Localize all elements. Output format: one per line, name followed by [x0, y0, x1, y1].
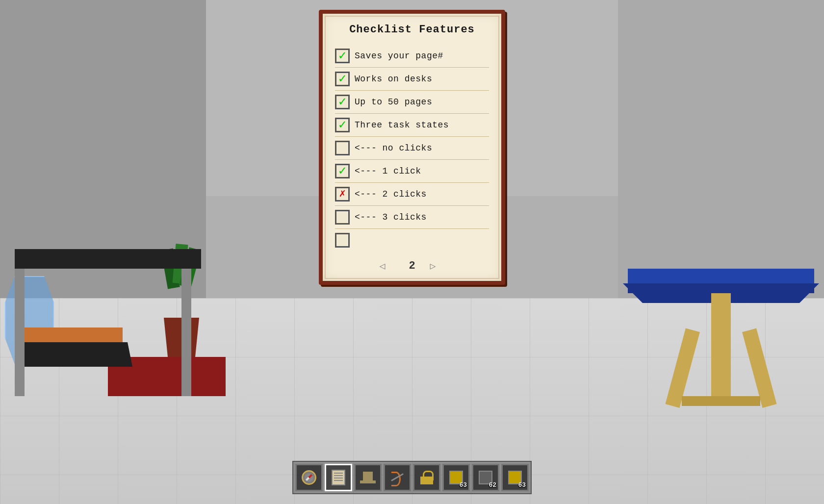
- page-navigation: ◁ 2 ▷: [323, 256, 501, 276]
- list-item[interactable]: ✓ <--- 1 click: [335, 160, 489, 183]
- bow-icon: [390, 471, 404, 484]
- item-text-7: <--- 2 clicks: [355, 189, 427, 199]
- list-item[interactable]: <--- 3 clicks: [335, 206, 489, 229]
- hotbar-slot-3[interactable]: [354, 464, 382, 491]
- checklist-items: ✓ Saves your page# ✓ Works on desks ✓ Up…: [335, 45, 489, 252]
- table-leg-left: [15, 269, 25, 396]
- book-icon: [332, 470, 345, 485]
- item-text-3: Up to 50 pages: [355, 97, 432, 107]
- hotbar-slot-2[interactable]: [325, 464, 352, 491]
- next-page-button[interactable]: ▷: [430, 260, 445, 272]
- prev-page-button[interactable]: ◁: [379, 260, 394, 272]
- page-number: 2: [409, 260, 415, 272]
- table-cloth: [628, 269, 814, 293]
- table-left: [5, 249, 201, 396]
- list-item[interactable]: ✓ Works on desks: [335, 68, 489, 91]
- checkbox-9[interactable]: [335, 233, 350, 248]
- hotbar: 63 62 63: [292, 461, 532, 494]
- check-icon-green: ✓: [338, 96, 346, 108]
- slot-8-count: 63: [518, 481, 526, 489]
- item-text-5: <--- no clicks: [355, 143, 432, 153]
- check-icon-green: ✓: [338, 119, 346, 131]
- hotbar-slot-8[interactable]: 63: [501, 464, 529, 491]
- hotbar-slot-7[interactable]: 62: [472, 464, 499, 491]
- compass-icon: [302, 470, 316, 485]
- item-text-6: <--- 1 click: [355, 166, 421, 176]
- list-item[interactable]: ✗ <--- 2 clicks: [335, 183, 489, 206]
- list-item[interactable]: <--- no clicks: [335, 137, 489, 160]
- panel-title: Checklist Features: [335, 24, 489, 36]
- hotbar-slot-5[interactable]: [413, 464, 440, 491]
- table-stand: [711, 293, 731, 406]
- hotbar-slot-6[interactable]: 63: [442, 464, 470, 491]
- table-leg-right: [181, 269, 191, 396]
- checkbox-7[interactable]: ✗: [335, 187, 350, 202]
- table-base: [682, 396, 760, 406]
- item-text-4: Three task states: [355, 120, 449, 130]
- lock-icon: [420, 471, 433, 484]
- checkbox-8[interactable]: [335, 210, 350, 225]
- item-text-2: Works on desks: [355, 74, 432, 84]
- hotbar-slot-4[interactable]: [384, 464, 411, 491]
- item-text-8: <--- 3 clicks: [355, 212, 427, 222]
- table-right: [628, 269, 814, 406]
- list-item[interactable]: [335, 229, 489, 252]
- item-text-1: Saves your page#: [355, 51, 443, 61]
- slot-7-count: 62: [489, 481, 496, 489]
- checklist-panel: Checklist Features ✓ Saves your page# ✓ …: [319, 10, 505, 285]
- checkbox-4[interactable]: ✓: [335, 118, 350, 132]
- checkbox-2[interactable]: ✓: [335, 72, 350, 86]
- check-icon-green: ✓: [338, 165, 346, 177]
- list-item[interactable]: ✓ Up to 50 pages: [335, 91, 489, 114]
- check-icon-green: ✓: [338, 50, 346, 62]
- table-top-left: [15, 249, 201, 269]
- list-item[interactable]: ✓ Saves your page#: [335, 45, 489, 68]
- checkbox-3[interactable]: ✓: [335, 95, 350, 109]
- slot-6-count: 63: [459, 481, 467, 489]
- checkbox-1[interactable]: ✓: [335, 49, 350, 63]
- hat-icon: [360, 472, 376, 483]
- checkbox-5[interactable]: [335, 141, 350, 155]
- hotbar-slot-1[interactable]: [295, 464, 323, 491]
- check-icon-green: ✓: [338, 73, 346, 85]
- checkbox-6[interactable]: ✓: [335, 164, 350, 178]
- check-icon-red: ✗: [339, 189, 345, 200]
- list-item[interactable]: ✓ Three task states: [335, 114, 489, 137]
